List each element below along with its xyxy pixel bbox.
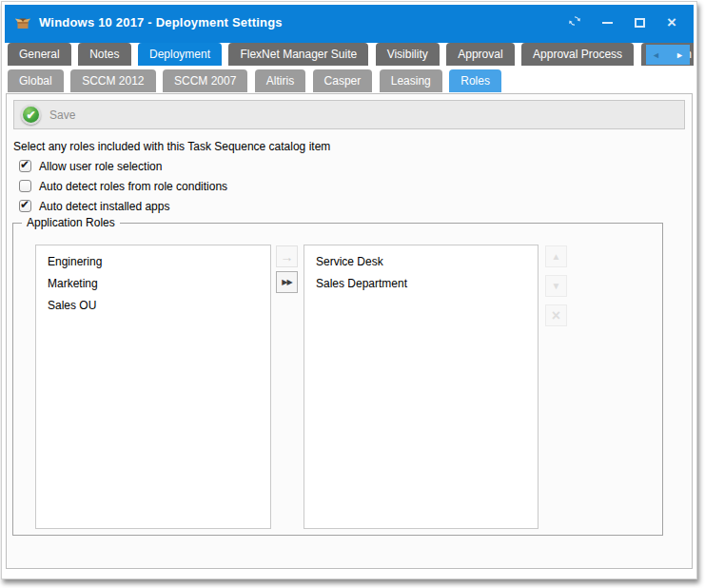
tab-approval[interactable]: Approval (446, 43, 514, 66)
arrow-right-icon: → (281, 250, 294, 264)
window-controls: × (562, 11, 684, 34)
subtab-sccm-2007[interactable]: SCCM 2007 (163, 69, 247, 92)
tab-visibility[interactable]: Visibility (376, 43, 440, 66)
window-title: Windows 10 2017 - Deployment Settings (39, 15, 283, 29)
secondary-tab-strip: Global SCCM 2012 SCCM 2007 Altiris Caspe… (5, 67, 694, 93)
maximize-icon (635, 18, 645, 28)
checkmark-icon: ✔ (20, 198, 29, 211)
package-icon (14, 14, 31, 31)
checkmark-icon: ✔ (20, 158, 29, 171)
maximize-button[interactable] (627, 11, 652, 34)
remove-x-icon: × (552, 308, 560, 323)
checkbox-allow-user-role-selection[interactable]: ✔ (19, 160, 31, 172)
checkbox-row-allow-user-role: ✔ Allow user role selection (19, 156, 692, 176)
tab-notes[interactable]: Notes (78, 43, 130, 66)
checkbox-row-auto-detect-roles: ✔ Auto detect roles from role conditions (19, 176, 692, 196)
checkbox-label[interactable]: Auto detect roles from role conditions (39, 180, 227, 193)
selected-role-item[interactable]: Sales Department (304, 273, 538, 295)
checkbox-auto-detect-roles[interactable]: ✔ (19, 180, 31, 192)
save-check-glyph: ✔ (26, 108, 35, 122)
deployment-settings-dialog: Windows 10 2017 - Deployment Settings (1, 1, 697, 579)
application-roles-groupbox: Application Roles Enginering Marketing S… (12, 216, 663, 536)
checkbox-label[interactable]: Auto detect installed apps (39, 200, 169, 213)
save-label: Save (49, 108, 75, 122)
tab-general[interactable]: General (8, 43, 71, 66)
close-icon: × (667, 14, 676, 30)
tab-flexnet-manager-suite[interactable]: FlexNet Manager Suite (228, 43, 368, 66)
arrow-up-icon: ▲ (552, 252, 561, 262)
selected-role-item[interactable]: Service Desk (304, 251, 538, 273)
refresh-icon (568, 14, 581, 31)
tab-scroll-control[interactable]: ◄ ► (646, 45, 690, 65)
remove-button[interactable]: × (545, 304, 567, 326)
move-up-button[interactable]: ▲ (545, 245, 567, 267)
available-roles-list[interactable]: Enginering Marketing Sales OU (35, 245, 271, 529)
tab-approval-process[interactable]: Approval Process (521, 43, 634, 66)
primary-tab-strip: General Notes Deployment FlexNet Manager… (5, 40, 694, 67)
tab-deployment[interactable]: Deployment (138, 43, 222, 66)
checkbox-auto-detect-installed-apps[interactable]: ✔ (19, 200, 31, 212)
scroll-right-icon[interactable]: ► (676, 50, 684, 60)
minimize-icon (602, 22, 613, 24)
titlebar: Windows 10 2017 - Deployment Settings (5, 5, 694, 40)
available-role-item[interactable]: Sales OU (36, 295, 270, 317)
save-toolbar: ✔ Save (13, 100, 685, 129)
refresh-button[interactable] (562, 11, 587, 34)
move-all-right-button[interactable]: ▶▶ (276, 271, 298, 293)
subtab-altiris[interactable]: Altiris (255, 69, 305, 92)
subtab-global[interactable]: Global (8, 69, 64, 92)
content-panel: ✔ Save Select any roles included with th… (6, 93, 693, 569)
subtab-casper[interactable]: Casper (313, 69, 373, 92)
minimize-button[interactable] (595, 11, 619, 34)
arrow-down-icon: ▼ (552, 282, 561, 291)
groupbox-label: Application Roles (22, 216, 120, 229)
save-check-icon: ✔ (21, 105, 41, 125)
section-heading: Select any roles included with this Task… (13, 140, 692, 153)
list-order-buttons: ▲ ▼ × (545, 245, 567, 326)
selected-roles-list[interactable]: Service Desk Sales Department (304, 245, 539, 529)
double-arrow-right-icon: ▶▶ (282, 279, 291, 286)
checkbox-label[interactable]: Allow user role selection (39, 160, 162, 173)
checkbox-row-auto-detect-apps: ✔ Auto detect installed apps (19, 196, 692, 216)
close-button[interactable]: × (659, 11, 684, 34)
available-role-item[interactable]: Marketing (36, 273, 270, 295)
subtab-roles[interactable]: Roles (449, 69, 501, 92)
subtab-leasing[interactable]: Leasing (380, 69, 442, 92)
save-button[interactable]: ✔ Save (21, 105, 75, 125)
move-down-button[interactable]: ▼ (545, 275, 567, 297)
scroll-left-icon[interactable]: ◄ (652, 50, 660, 60)
move-right-button[interactable]: → (276, 245, 298, 267)
available-role-item[interactable]: Enginering (36, 251, 270, 273)
transfer-buttons: → ▶▶ (276, 245, 298, 293)
subtab-sccm-2012[interactable]: SCCM 2012 (70, 69, 155, 92)
